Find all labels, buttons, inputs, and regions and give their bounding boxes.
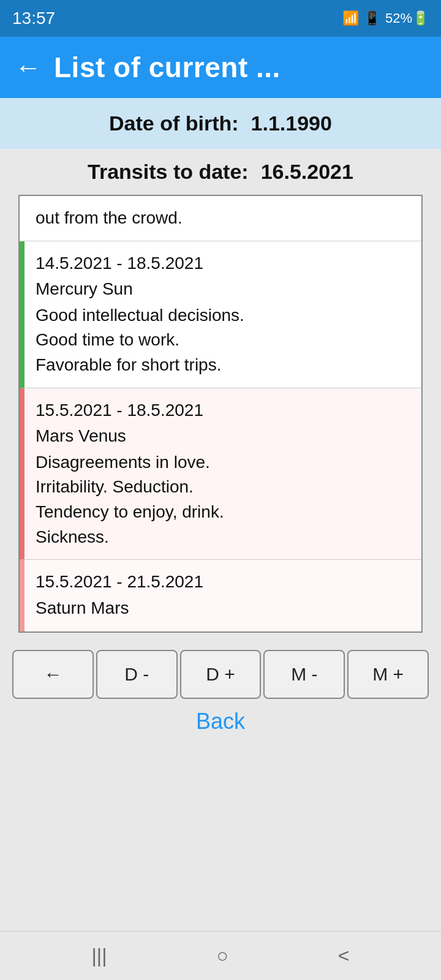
dob-label: Date of birth:	[109, 111, 239, 135]
transits-label: Transits to date:	[88, 160, 249, 184]
app-bar-title: List of current ...	[54, 51, 281, 84]
back-button-section: Back	[0, 709, 441, 734]
battery-label: 52%🔋	[385, 10, 429, 26]
transit-planets-1: Mercury Sun	[36, 277, 410, 302]
bottom-nav-home[interactable]: ○	[216, 944, 228, 967]
btn-m-plus[interactable]: M +	[347, 650, 429, 699]
transit-list: out from the crowd.14.5.2021 - 18.5.2021…	[18, 195, 423, 633]
status-time: 13:57	[12, 9, 55, 28]
back-button[interactable]: Back	[196, 709, 245, 734]
transit-desc-0: out from the crowd.	[36, 208, 183, 227]
transit-item-1: 14.5.2021 - 18.5.2021Mercury SunGood int…	[20, 241, 421, 388]
bottom-nav-menu[interactable]: |||	[92, 944, 107, 967]
transits-section: Transits to date: 16.5.2021	[0, 149, 441, 195]
btn-back-arrow[interactable]: ←	[12, 650, 94, 699]
transit-date-2: 15.5.2021 - 18.5.2021	[36, 398, 410, 423]
dob-section: Date of birth: 1.1.1990	[0, 98, 441, 149]
transit-desc-2: Disagreements in love.Irritability. Sedu…	[36, 453, 224, 546]
transit-planets-3: Saturn Mars	[36, 596, 410, 621]
btn-d-minus[interactable]: D -	[96, 650, 178, 699]
nav-buttons: ←D -D +M -M +	[12, 650, 429, 699]
transits-value: 16.5.2021	[261, 160, 353, 184]
wifi-icon: 📶	[342, 10, 359, 26]
transit-planets-2: Mars Venus	[36, 424, 410, 449]
transit-item-0: out from the crowd.	[20, 196, 421, 241]
dob-value: 1.1.1990	[251, 111, 332, 135]
bottom-nav: ||| ○ <	[0, 931, 441, 980]
transit-date-3: 15.5.2021 - 21.5.2021	[36, 570, 410, 595]
transit-item-3: 15.5.2021 - 21.5.2021Saturn Mars	[20, 560, 421, 631]
signal-icon: 📱	[364, 10, 380, 26]
btn-m-minus[interactable]: M -	[263, 650, 345, 699]
status-icons: 📶 📱 52%🔋	[342, 10, 429, 26]
app-bar: ← List of current ...	[0, 37, 441, 98]
bottom-nav-back[interactable]: <	[338, 944, 350, 967]
status-bar: 13:57 📶 📱 52%🔋	[0, 0, 441, 37]
transit-date-1: 14.5.2021 - 18.5.2021	[36, 251, 410, 276]
back-arrow-button[interactable]: ←	[15, 54, 42, 81]
btn-d-plus[interactable]: D +	[180, 650, 262, 699]
transit-item-2: 15.5.2021 - 18.5.2021Mars VenusDisagreem…	[20, 388, 421, 560]
transit-desc-1: Good intellectual decisions.Good time to…	[36, 306, 244, 374]
